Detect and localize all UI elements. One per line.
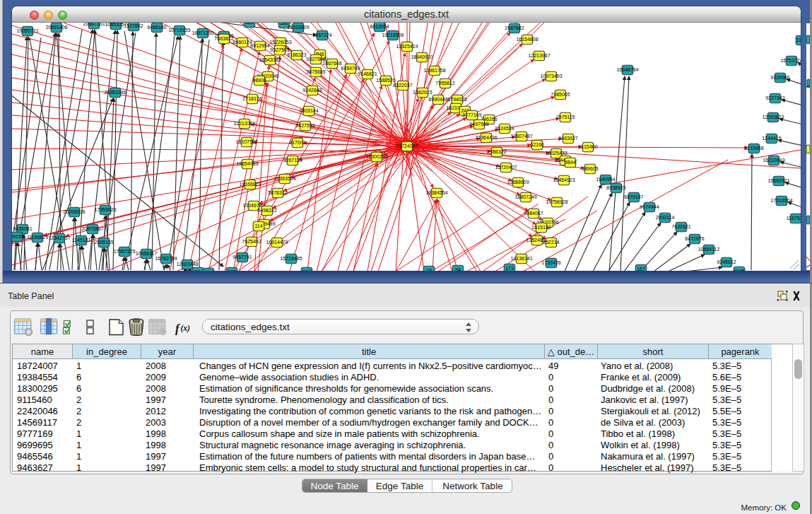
svg-text:19218506: 19218506 bbox=[382, 33, 404, 37]
svg-text:8215958: 8215958 bbox=[744, 146, 763, 151]
svg-text:1167533: 1167533 bbox=[787, 216, 801, 221]
svg-text:9435061: 9435061 bbox=[13, 226, 32, 231]
svg-text:8186323: 8186323 bbox=[287, 52, 306, 57]
svg-text:8427552: 8427552 bbox=[295, 123, 314, 128]
svg-text:8471676: 8471676 bbox=[685, 236, 704, 241]
svg-text:98906: 98906 bbox=[252, 78, 266, 83]
svg-text:10719155: 10719155 bbox=[168, 28, 190, 33]
svg-text:1362615: 1362615 bbox=[413, 90, 432, 95]
svg-text:10958117: 10958117 bbox=[136, 251, 158, 256]
svg-text:2718176: 2718176 bbox=[242, 96, 261, 101]
svg-text:15226053: 15226053 bbox=[269, 40, 291, 45]
svg-text:12342757: 12342757 bbox=[48, 235, 70, 240]
svg-text:26053346: 26053346 bbox=[104, 90, 126, 95]
svg-text:20206536: 20206536 bbox=[63, 209, 85, 214]
svg-text:14136141: 14136141 bbox=[510, 256, 532, 261]
svg-text:1615132: 1615132 bbox=[531, 225, 551, 230]
svg-text:12093822: 12093822 bbox=[762, 115, 784, 119]
svg-text:9844: 9844 bbox=[565, 160, 576, 165]
svg-text:62160: 62160 bbox=[530, 142, 544, 147]
svg-text:13353594: 13353594 bbox=[273, 176, 295, 181]
svg-text:20657351: 20657351 bbox=[83, 23, 105, 26]
svg-text:6794028: 6794028 bbox=[447, 97, 466, 102]
svg-text:19055721: 19055721 bbox=[16, 28, 38, 33]
svg-text:18107552: 18107552 bbox=[235, 139, 257, 144]
svg-text:9329966: 9329966 bbox=[770, 75, 789, 80]
svg-text:16154808: 16154808 bbox=[516, 37, 538, 42]
svg-text:10807487: 10807487 bbox=[510, 134, 532, 139]
svg-text:1733426: 1733426 bbox=[541, 260, 560, 265]
svg-text:3267110: 3267110 bbox=[283, 158, 302, 163]
svg-text:17016504: 17016504 bbox=[770, 198, 792, 203]
svg-text:1145131: 1145131 bbox=[72, 238, 91, 243]
svg-text:10654112: 10654112 bbox=[698, 247, 720, 252]
svg-text:19384554: 19384554 bbox=[425, 190, 447, 195]
svg-text:15692921: 15692921 bbox=[767, 178, 789, 183]
svg-text:12213967: 12213967 bbox=[528, 53, 550, 58]
svg-text:7357224: 7357224 bbox=[312, 33, 331, 37]
svg-text:7632621: 7632621 bbox=[671, 224, 690, 229]
svg-text:7986322: 7986322 bbox=[487, 149, 506, 154]
svg-text:9777169: 9777169 bbox=[462, 112, 481, 117]
svg-text:10961758: 10961758 bbox=[423, 68, 445, 73]
svg-text:114: 114 bbox=[254, 223, 262, 228]
svg-text:9674444: 9674444 bbox=[640, 204, 659, 209]
svg-text:10973493: 10973493 bbox=[540, 74, 562, 78]
svg-text:9146821: 9146821 bbox=[358, 71, 377, 76]
svg-text:18807249: 18807249 bbox=[514, 194, 536, 199]
svg-text:9227342: 9227342 bbox=[765, 95, 784, 100]
svg-text:7663822: 7663822 bbox=[214, 36, 233, 41]
svg-text:7955812: 7955812 bbox=[435, 81, 454, 86]
svg-text:13325419: 13325419 bbox=[396, 44, 418, 49]
svg-text:5498222: 5498222 bbox=[257, 208, 276, 213]
svg-text:2803144: 2803144 bbox=[299, 108, 318, 113]
svg-text:20691406: 20691406 bbox=[45, 25, 67, 30]
svg-text:1117: 1117 bbox=[796, 37, 801, 42]
svg-text:9457791: 9457791 bbox=[233, 255, 252, 259]
svg-text:7485005: 7485005 bbox=[551, 92, 570, 97]
svg-text:1640954: 1640954 bbox=[596, 177, 615, 182]
svg-text:18300295: 18300295 bbox=[365, 154, 387, 159]
svg-text:17359926: 17359926 bbox=[94, 207, 116, 212]
svg-text:9327505: 9327505 bbox=[270, 47, 289, 52]
svg-text:5878312: 5878312 bbox=[268, 190, 287, 195]
svg-text:15751074: 15751074 bbox=[780, 58, 801, 63]
svg-text:9084067: 9084067 bbox=[524, 211, 543, 216]
svg-text:1244415: 1244415 bbox=[762, 136, 781, 141]
svg-text:12923448: 12923448 bbox=[176, 262, 198, 267]
svg-text:9115460: 9115460 bbox=[579, 144, 598, 149]
svg-text:18640910: 18640910 bbox=[411, 54, 433, 59]
svg-text:8938923: 8938923 bbox=[606, 185, 625, 190]
svg-text:16648784: 16648784 bbox=[616, 67, 638, 72]
svg-text:7625402: 7625402 bbox=[242, 239, 261, 244]
svg-text:881: 881 bbox=[245, 23, 254, 25]
svg-text:2867608: 2867608 bbox=[322, 61, 341, 66]
svg-text:917004: 917004 bbox=[289, 140, 305, 145]
svg-text:15716485: 15716485 bbox=[280, 256, 302, 261]
svg-text:21364436: 21364436 bbox=[475, 135, 497, 140]
svg-text:2975115: 2975115 bbox=[556, 115, 575, 119]
svg-text:9245612: 9245612 bbox=[717, 259, 736, 264]
svg-text:10688609: 10688609 bbox=[507, 180, 529, 185]
svg-text:2505135: 2505135 bbox=[94, 240, 113, 245]
svg-text:16454923: 16454923 bbox=[553, 177, 575, 182]
svg-text:12213369: 12213369 bbox=[233, 121, 255, 126]
svg-text:8912954: 8912954 bbox=[250, 43, 269, 48]
svg-text:16543382: 16543382 bbox=[259, 57, 281, 62]
svg-text:6466160: 6466160 bbox=[147, 25, 166, 30]
svg-text:18724007: 18724007 bbox=[396, 144, 418, 148]
svg-text:6497568: 6497568 bbox=[469, 122, 488, 127]
svg-text:2687682: 2687682 bbox=[505, 25, 524, 30]
svg-text:6879197: 6879197 bbox=[624, 194, 643, 199]
svg-text:8660124: 8660124 bbox=[233, 40, 252, 45]
svg-text:39159: 39159 bbox=[12, 234, 24, 239]
svg-text:11156829: 11156829 bbox=[27, 235, 48, 240]
svg-text:8990448: 8990448 bbox=[428, 97, 447, 102]
svg-text:10025433: 10025433 bbox=[545, 151, 567, 156]
svg-text:16671355: 16671355 bbox=[192, 30, 213, 35]
svg-text:19654983: 19654983 bbox=[236, 161, 258, 166]
svg-text:15720407: 15720407 bbox=[495, 165, 517, 170]
svg-text:1527602: 1527602 bbox=[124, 23, 143, 28]
svg-text:17957225: 17957225 bbox=[113, 249, 135, 254]
svg-text:1588520: 1588520 bbox=[376, 78, 395, 83]
